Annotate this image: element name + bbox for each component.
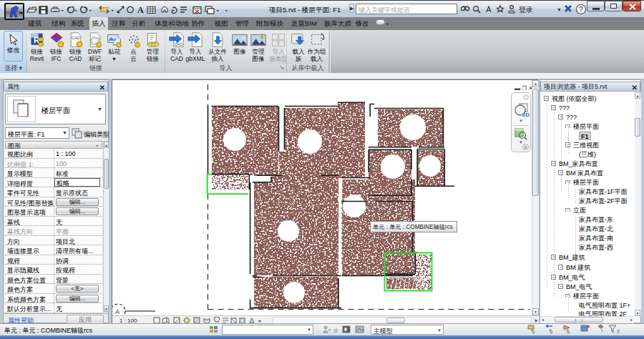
svg-text::0: :0 — [333, 328, 338, 334]
svg-text:CAD: CAD — [175, 42, 183, 46]
svg-text:A: A — [115, 308, 119, 315]
svg-text:CAD: CAD — [72, 36, 80, 40]
svg-text:?: ? — [579, 6, 583, 14]
svg-text:登录: 登录 — [519, 6, 533, 14]
svg-text:2D: 2D — [522, 112, 530, 117]
svg-text:单元 : 单元 : COMBINE轴毯rcs: 单元 : 单元 : COMBINE轴毯rcs — [373, 224, 453, 230]
svg-text::0: :0 — [616, 329, 620, 334]
svg-text:A: A — [137, 5, 144, 15]
